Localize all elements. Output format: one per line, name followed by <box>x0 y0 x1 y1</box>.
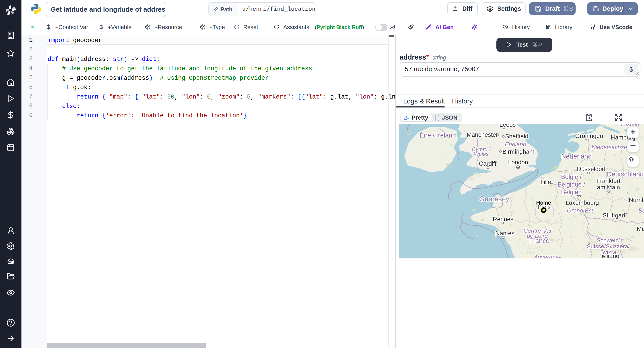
svg-text:London: London <box>508 159 528 165</box>
svg-text:Birmingham: Birmingham <box>502 148 534 155</box>
svg-text:England: England <box>505 141 526 147</box>
svg-text:Belgien: Belgien <box>561 188 582 195</box>
svg-text:Deutschland: Deutschland <box>607 170 644 178</box>
svg-text:Nederland: Nederland <box>561 152 592 160</box>
svg-text:Nürnberg: Nürnberg <box>628 196 644 203</box>
svg-text:Bay: Bay <box>638 207 644 214</box>
svg-text:Cardiff: Cardiff <box>479 160 496 167</box>
svg-text:München: München <box>636 225 644 232</box>
svg-text:België /: België / <box>561 173 582 180</box>
svg-text:Düsseldorf: Düsseldorf <box>577 165 606 172</box>
svg-text:Stuttgart: Stuttgart <box>602 212 625 219</box>
svg-text:Manchester: Manchester <box>466 131 498 138</box>
svg-text:Guernsey: Guernsey <box>479 195 509 203</box>
svg-text:Luxembourg: Luxembourg <box>566 199 599 206</box>
svg-text:Éire / Ireland: Éire / Ireland <box>419 131 456 139</box>
svg-text:de Loire: de Loire <box>526 232 548 239</box>
svg-text:Sheffield: Sheffield <box>505 133 528 139</box>
svg-text:Home: Home <box>536 199 551 206</box>
svg-text:Leeds: Leeds <box>499 124 516 128</box>
svg-text:Svizra: Svizra <box>600 249 616 255</box>
svg-text:Niedersachsen: Niedersachsen <box>591 143 630 150</box>
svg-text:Frankfurt: Frankfurt <box>596 177 620 184</box>
svg-text:Auvergne-: Auvergne- <box>533 254 560 258</box>
svg-text:Wales: Wales <box>474 151 488 157</box>
svg-text:Nantes: Nantes <box>495 230 514 237</box>
svg-text:am Main: am Main <box>597 184 620 191</box>
svg-text:Groningen: Groningen <box>575 132 603 139</box>
svg-text:Lille: Lille <box>540 179 551 185</box>
svg-text:Grand Est: Grand Est <box>567 207 593 214</box>
svg-text:Schweiz/: Schweiz/ <box>596 237 620 243</box>
svg-text:Rennes: Rennes <box>492 216 513 222</box>
svg-text:Belgique /: Belgique / <box>558 181 585 188</box>
